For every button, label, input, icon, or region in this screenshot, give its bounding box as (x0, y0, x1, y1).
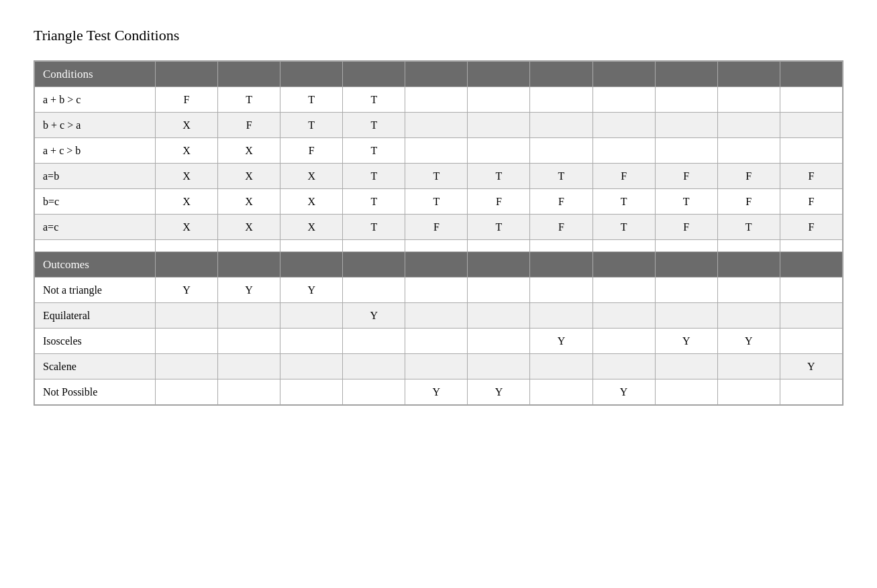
condition-label-1: b + c > a (35, 113, 156, 138)
outcome-label-3: Scalene (35, 354, 156, 379)
outcome-label-2: Isosceles (35, 329, 156, 354)
outcome-label-0: Not a triangle (35, 278, 156, 303)
condition-row-5: a=c X X X T F T F T F T F (35, 215, 843, 240)
outcome-row-1: Equilateral Y (35, 303, 843, 329)
outcomes-header-label: Outcomes (35, 252, 156, 278)
outcome-row-3: Scalene Y (35, 354, 843, 379)
conditions-header-row: Conditions (35, 62, 843, 87)
page-title: Triangle Test Conditions (34, 27, 843, 44)
condition-label-5: a=c (35, 215, 156, 240)
condition-label-4: b=c (35, 189, 156, 215)
conditions-outcomes-table: Conditions a + b > c F T T T (34, 61, 843, 405)
outcome-label-1: Equilateral (35, 303, 156, 329)
condition-row-2: a + c > b X X F T (35, 138, 843, 164)
main-table-wrapper: Conditions a + b > c F T T T (34, 60, 843, 406)
condition-label-0: a + b > c (35, 87, 156, 113)
outcomes-header-row: Outcomes (35, 252, 843, 278)
outcome-row-4: Not Possible Y Y Y (35, 379, 843, 405)
condition-label-3: a=b (35, 164, 156, 189)
outcome-label-4: Not Possible (35, 379, 156, 405)
spacer-row (35, 240, 843, 252)
condition-row-3: a=b X X X T T T T F F F F (35, 164, 843, 189)
condition-row-4: b=c X X X T T F F T T F F (35, 189, 843, 215)
condition-label-2: a + c > b (35, 138, 156, 164)
outcome-row-0: Not a triangle Y Y Y (35, 278, 843, 303)
condition-row-1: b + c > a X F T T (35, 113, 843, 138)
outcome-row-2: Isosceles Y Y Y (35, 329, 843, 354)
condition-row-0: a + b > c F T T T (35, 87, 843, 113)
conditions-header-label: Conditions (35, 62, 156, 87)
